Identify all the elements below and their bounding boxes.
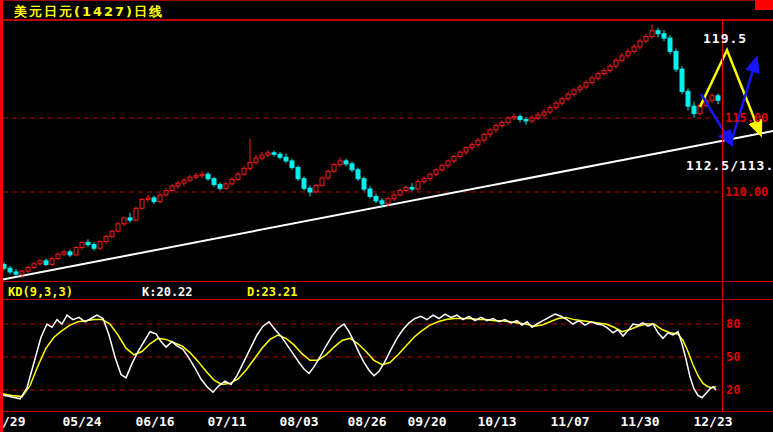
candle-body <box>386 199 390 204</box>
candle-body <box>284 157 288 161</box>
candle-body <box>278 154 282 157</box>
candle-body <box>74 248 78 255</box>
candle-body <box>620 56 624 60</box>
candle-body <box>320 178 324 185</box>
candle-body <box>116 224 120 231</box>
candle-body <box>476 140 480 144</box>
date-tick-label: 08/26 <box>347 414 386 429</box>
candle-body <box>596 74 600 78</box>
kd-axis-label: 50 <box>726 350 740 364</box>
candle-body <box>458 152 462 156</box>
candle-body <box>662 34 666 38</box>
candle-body <box>716 96 720 100</box>
main-panel-bottom-line <box>0 281 773 282</box>
candle-body <box>140 199 144 208</box>
candle-body <box>314 185 318 192</box>
candle-body <box>134 208 138 220</box>
candle-body <box>272 153 276 154</box>
candle-body <box>656 31 660 34</box>
candle-body <box>146 198 150 199</box>
candle-body <box>224 184 228 188</box>
candle-body <box>68 252 72 255</box>
window-top-border <box>0 0 773 1</box>
candle-body <box>176 183 180 186</box>
candle-body <box>446 161 450 165</box>
candle-body <box>380 201 384 204</box>
chart-canvas[interactable] <box>0 0 773 432</box>
candle-body <box>392 195 396 199</box>
candle-body <box>374 196 378 200</box>
candle-body <box>50 259 54 265</box>
kd-axis-label: 20 <box>726 383 740 397</box>
candle-body <box>518 117 522 120</box>
price-target-label: 119.5 <box>703 31 747 46</box>
k-line <box>0 314 716 399</box>
price-axis-label: 115.00 <box>725 111 768 125</box>
candle-body <box>410 188 414 189</box>
kd-k-value: K:20.22 <box>142 285 193 299</box>
candle-body <box>218 185 222 189</box>
candle-body <box>98 242 102 249</box>
candle-body <box>710 96 714 100</box>
candle-body <box>122 218 126 224</box>
candle-body <box>188 177 192 180</box>
candle-body <box>470 145 474 148</box>
candle-body <box>452 156 456 160</box>
candle-body <box>626 51 630 55</box>
candle-body <box>548 108 552 112</box>
candle-body <box>644 37 648 41</box>
candle-body <box>578 87 582 90</box>
candle-body <box>488 130 492 134</box>
candle-body <box>536 115 540 118</box>
candle-body <box>170 186 174 190</box>
candle-body <box>254 158 258 162</box>
candle-body <box>164 191 168 195</box>
chart-title: 美元日元(1427)日线 <box>14 3 164 21</box>
candle-body <box>326 171 330 178</box>
candle-body <box>512 117 516 118</box>
candle-body <box>584 82 588 86</box>
candle-body <box>338 161 342 165</box>
candle-body <box>260 155 264 158</box>
candle-body <box>296 168 300 179</box>
candle-body <box>308 188 312 192</box>
candle-body <box>230 179 234 183</box>
candle-body <box>86 242 90 244</box>
candle-body <box>266 153 270 155</box>
candle-body <box>686 91 690 106</box>
candle-body <box>242 168 246 174</box>
candle-body <box>650 31 654 37</box>
candle-body <box>206 174 210 178</box>
candle-body <box>158 195 162 202</box>
kd-axis-label: 80 <box>726 317 740 331</box>
date-tick-label: 06/16 <box>135 414 174 429</box>
candle-body <box>680 69 684 91</box>
kd-indicator-label[interactable]: KD(9,3,3) <box>8 285 73 299</box>
candle-body <box>194 176 198 177</box>
candle-body <box>566 94 570 98</box>
date-tick-label: 12/23 <box>693 414 732 429</box>
candle-body <box>44 261 48 265</box>
candle-body <box>104 236 108 241</box>
candle-body <box>554 103 558 107</box>
window-corner-accent <box>755 0 773 10</box>
support-level-label: 112.5/113.0 <box>686 158 773 173</box>
candle-body <box>26 267 30 271</box>
candle-body <box>668 38 672 51</box>
kd-d-value: D:23.21 <box>247 285 298 299</box>
candle-body <box>506 118 510 122</box>
date-tick-label: 10/13 <box>477 414 516 429</box>
candle-body <box>500 122 504 125</box>
candle-body <box>92 245 96 249</box>
candle-body <box>248 162 252 168</box>
candle-body <box>38 261 42 264</box>
candle-body <box>20 271 24 274</box>
candle-body <box>416 182 420 189</box>
price-axis-label: 110.00 <box>725 185 768 199</box>
plot-right-border-line <box>722 21 723 411</box>
candle-body <box>14 272 18 274</box>
date-tick-label: 05/24 <box>62 414 101 429</box>
candle-body <box>56 254 60 258</box>
candle-body <box>62 252 66 254</box>
candle-body <box>524 119 528 120</box>
